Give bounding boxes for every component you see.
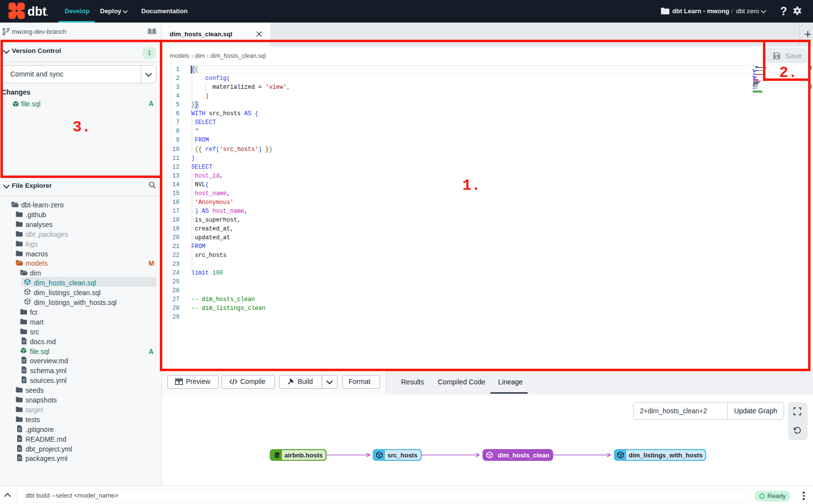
svg-text:dim_hosts_clean: dim_hosts_clean	[498, 452, 550, 459]
svg-text:airbnb.hosts: airbnb.hosts	[284, 452, 323, 459]
svg-text:dim_listings_with_hosts: dim_listings_with_hosts	[629, 452, 703, 459]
svg-text:src_hosts: src_hosts	[387, 452, 417, 459]
